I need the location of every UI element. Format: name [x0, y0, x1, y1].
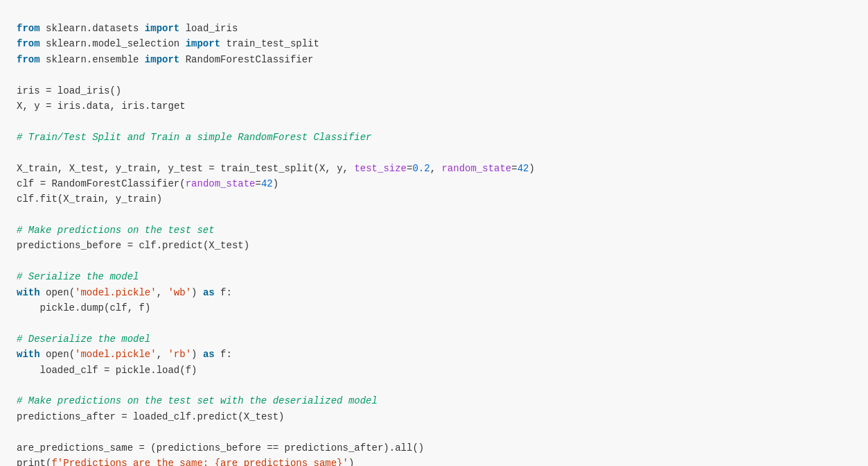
- code-line-6: X, y = iris.data, iris.target: [17, 98, 851, 114]
- code-line-19: pickle.dump(clf, f): [17, 300, 851, 316]
- code-line-4: [17, 67, 851, 83]
- code-line-25: # Make predictions on the test set with …: [17, 393, 851, 408]
- code-line-1: from sklearn.datasets import load_iris: [17, 21, 851, 36]
- code-line-5: iris = load_iris(): [17, 83, 851, 98]
- code-line-3: from sklearn.ensemble import RandomFores…: [17, 52, 851, 67]
- code-line-20: [17, 316, 851, 331]
- code-line-21: # Deserialize the model: [17, 331, 851, 347]
- code-block: from sklearn.datasets import load_iris f…: [17, 14, 851, 466]
- code-line-22: with open('model.pickle', 'rb') as f:: [17, 347, 851, 362]
- code-line-2: from sklearn.model_selection import trai…: [17, 36, 851, 51]
- code-line-12: clf.fit(X_train, y_train): [17, 191, 851, 207]
- code-line-16: [17, 254, 851, 269]
- code-line-26: predictions_after = loaded_clf.predict(X…: [17, 409, 851, 424]
- code-line-28: are_predictions_same = (predictions_befo…: [17, 440, 851, 456]
- code-line-9: [17, 145, 851, 160]
- code-line-8: # Train/Test Split and Train a simple Ra…: [17, 130, 851, 145]
- code-line-15: predictions_before = clf.predict(X_test): [17, 238, 851, 253]
- code-line-23: loaded_clf = pickle.load(f): [17, 363, 851, 378]
- code-line-17: # Serialize the model: [17, 269, 851, 284]
- code-line-27: [17, 424, 851, 440]
- code-line-29: print(f'Predictions are the same: {are_p…: [17, 456, 851, 466]
- code-line-14: # Make predictions on the test set: [17, 223, 851, 238]
- code-line-18: with open('model.pickle', 'wb') as f:: [17, 285, 851, 300]
- code-line-13: [17, 207, 851, 223]
- code-line-7: [17, 114, 851, 129]
- code-line-10: X_train, X_test, y_train, y_test = train…: [17, 161, 851, 176]
- code-line-24: [17, 378, 851, 393]
- code-line-11: clf = RandomForestClassifier(random_stat…: [17, 176, 851, 191]
